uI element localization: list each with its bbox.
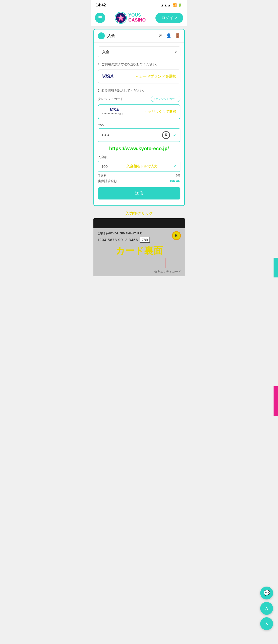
card-number-row: 1234 5678 9012 3456 789	[97, 237, 181, 242]
card-number-text: 1234 5678 9012 3456	[97, 238, 138, 242]
cvv-dots: •••	[102, 132, 110, 138]
actual-row: 実際請求金額 105 US	[98, 179, 180, 184]
actual-label: 実際請求金額	[98, 179, 117, 184]
circle-6-badge: 6	[162, 131, 170, 139]
amount-check-icon: ✓	[173, 164, 177, 169]
red-indicator-line	[165, 258, 166, 268]
section2-label: 2. 必要情報を記入してください。	[98, 88, 180, 93]
fee-row: 手数料 5%	[98, 174, 180, 178]
user-icon[interactable]: 👤	[166, 33, 171, 38]
up-arrow: ↑	[93, 206, 185, 211]
deposit-select-wrapper[interactable]: 入金 ∨	[98, 46, 180, 57]
card-body: 入金 ∨ 1. ご利用の決済方法を選択してください。 VISA ←カードブランド…	[94, 42, 184, 206]
payment-method-box[interactable]: VISA ←カードブランドを選択	[98, 70, 180, 84]
deposit-select[interactable]: 入金	[98, 46, 180, 57]
amount-value: 100	[102, 164, 108, 168]
card-sig-label: ご署名 (AUTHORIZED SIGNATURE)	[97, 232, 181, 235]
exit-icon[interactable]: 🚪	[175, 33, 180, 38]
cc-header: クレジットカード + クレジットカード	[98, 96, 180, 102]
hamburger-button[interactable]: ☰	[95, 12, 105, 23]
card-header-icons: ✉ 👤 🚪	[159, 33, 180, 38]
status-bar: 14:42 ▲▲▲ 📶 🔋	[91, 0, 187, 10]
login-button[interactable]: ログイン	[155, 13, 183, 23]
card-cvv-box: 789	[140, 237, 149, 242]
deposit-card: ☰ 入金 ✉ 👤 🚪 入金 ∨ 1. ご利用の決済方法を選択してください。	[93, 29, 185, 206]
card-menu-icon[interactable]: ☰	[98, 32, 105, 39]
annotation-text: 入力後クリック	[93, 211, 185, 216]
cc-label: クレジットカード	[98, 97, 124, 101]
main-content: ☰ 入金 ✉ 👤 🚪 入金 ∨ 1. ご利用の決済方法を選択してください。	[91, 26, 187, 279]
card-title: 入金	[107, 34, 115, 38]
card-back-label: カード裏面	[97, 244, 181, 257]
card-back-section: 6 ご署名 (AUTHORIZED SIGNATURE) 1234 5678 9…	[93, 218, 185, 276]
cc-card-info: VISA ************0000	[102, 108, 127, 116]
amount-arrow-label: ←入金額をドルで入力	[123, 164, 158, 168]
card-header-left: ☰ 入金	[98, 32, 115, 39]
add-cc-button[interactable]: + クレジットカード	[151, 96, 180, 102]
actual-value: 105 US	[169, 179, 180, 184]
battery-icon: 🔋	[178, 3, 182, 7]
amount-input-row[interactable]: 100 ←入金額をドルで入力 ✓	[98, 161, 180, 172]
status-icons: ▲▲▲ 📶 🔋	[161, 3, 182, 7]
amount-label: 入金額	[98, 155, 180, 160]
cc-card[interactable]: VISA ************0000 ←クリックして選択	[98, 104, 180, 119]
signal-icon: ▲▲▲	[161, 3, 171, 7]
submit-annotation: ↑ 入力後クリック	[93, 206, 185, 216]
cvv-check-icon: ✓	[173, 132, 177, 138]
cvv-input-row[interactable]: ••• 6 ✓	[98, 128, 180, 142]
card-magnetic-strip	[93, 218, 185, 228]
cc-number: ************0000	[102, 112, 127, 116]
card-back-body: 6 ご署名 (AUTHORIZED SIGNATURE) 1234 5678 9…	[93, 228, 185, 276]
fee-label: 手数料	[98, 174, 107, 178]
section1-label: 1. ご利用の決済方法を選択してください。	[98, 62, 180, 66]
cvv-label: CVV	[98, 123, 180, 127]
mail-icon[interactable]: ✉	[159, 33, 163, 38]
logo-star-icon	[115, 12, 127, 24]
security-label: セキュリティコード	[97, 270, 181, 274]
click-select-label: ←クリックして選択	[145, 110, 176, 114]
header: ☰ YOUS CASINO ログイン	[91, 10, 187, 26]
payment-arrow-label: ←カードブランドを選択	[136, 74, 176, 79]
wifi-icon: 📶	[172, 3, 177, 7]
hamburger-icon: ☰	[98, 15, 102, 20]
url-watermark: https://www.kyoto-eco.jp/	[98, 146, 180, 152]
submit-button[interactable]: 送信	[98, 187, 180, 200]
time: 14:42	[96, 3, 106, 8]
fee-value: 5%	[176, 174, 180, 178]
visa-logo: VISA	[102, 73, 114, 80]
card-header: ☰ 入金 ✉ 👤 🚪	[94, 30, 184, 42]
logo-text: YOUS CASINO	[128, 13, 145, 23]
circle-6-overlay: 6	[172, 231, 181, 240]
logo-area: YOUS CASINO	[115, 12, 145, 24]
cc-visa-logo: VISA	[110, 108, 119, 112]
